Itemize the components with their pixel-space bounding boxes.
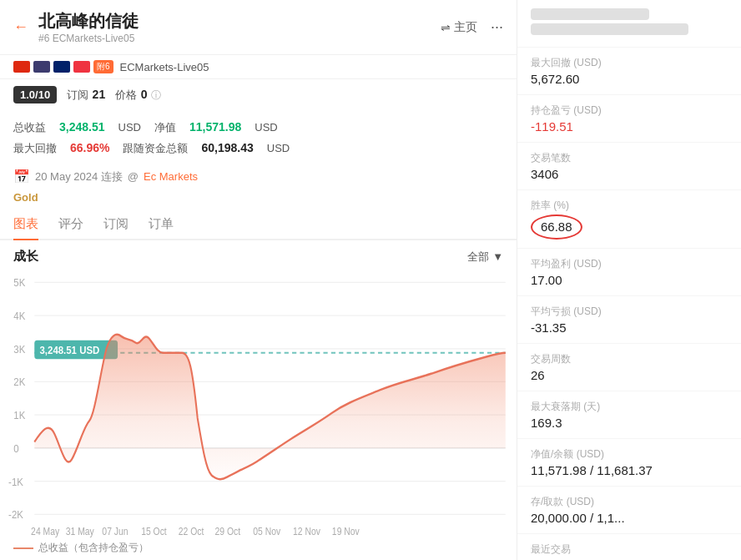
back-button[interactable]: ← <box>13 18 28 36</box>
right-panel: 最大回撤 (USD) 5,672.60 持仓盈亏 (USD) -119.51 交… <box>517 0 741 560</box>
chart-title: 成长 <box>13 249 38 265</box>
top-bar: 附6 ECMarkets-Live05 <box>0 55 517 79</box>
trade-weeks-value: 26 <box>531 368 728 382</box>
header: ← 北高峰的信徒 #6 ECMarkets-Live05 ⇌ 主页 ··· <box>0 0 517 55</box>
subscription-info: 订阅 21 <box>67 87 105 103</box>
chart-filter[interactable]: 全部 ▼ <box>467 250 503 265</box>
tabs: 图表 评分 订阅 订单 <box>0 209 517 240</box>
right-item-max-decline: 最大衰落期 (天) 169.3 <box>517 391 741 439</box>
net-balance-value: 11,571.98 / 11,681.37 <box>531 463 728 477</box>
svg-text:2K: 2K <box>13 376 26 389</box>
deposit-value: 20,000.00 / 1,1... <box>531 511 728 525</box>
win-rate-circle: 66.88 <box>531 214 582 240</box>
gold-section: Gold <box>0 188 517 209</box>
at-symbol: @ <box>128 170 139 183</box>
svg-text:5K: 5K <box>13 277 26 290</box>
svg-text:24 May: 24 May <box>31 527 59 537</box>
svg-text:29 Oct: 29 Oct <box>215 527 241 537</box>
attachment-badge: 附6 <box>93 60 113 73</box>
right-item-avg-loss: 平均亏损 (USD) -31.35 <box>517 296 741 344</box>
blur-bar-2 <box>531 23 688 35</box>
tab-rating[interactable]: 评分 <box>58 216 83 239</box>
right-item-net-balance: 净值/余额 (USD) 11,571.98 / 11,681.37 <box>517 439 741 487</box>
trade-count-label: 交易笔数 <box>531 151 728 165</box>
calendar-icon: 📅 <box>13 169 30 184</box>
stats-section: 总收益 3,248.51 USD 净值 11,571.98 USD 最大回撤 6… <box>0 110 517 165</box>
flag-us <box>33 61 50 73</box>
svg-text:12 Nov: 12 Nov <box>293 527 320 537</box>
max-decline-value: 169.3 <box>531 416 728 430</box>
avg-loss-value: -31.35 <box>531 320 728 335</box>
right-item-position-pnl: 持仓盈亏 (USD) -119.51 <box>517 95 741 143</box>
net-value-label: 净值 <box>154 118 176 137</box>
net-value-value: 11,571.98 <box>189 117 241 138</box>
broker-link[interactable]: Ec Markets <box>144 170 198 183</box>
svg-text:-1K: -1K <box>8 476 23 488</box>
total-profit-value: 3,248.51 <box>59 117 105 138</box>
right-item-avg-profit: 平均盈利 (USD) 17.00 <box>517 249 741 296</box>
trade-weeks-label: 交易周数 <box>531 352 728 366</box>
broker-name: ECMarkets-Live05 <box>120 61 209 73</box>
total-profit-unit: USD <box>118 118 141 137</box>
net-value-unit: USD <box>255 118 277 137</box>
legend-label: 总收益（包含持仓盈亏） <box>38 541 149 555</box>
flag-sg <box>73 61 90 73</box>
svg-text:19 Nov: 19 Nov <box>332 527 360 537</box>
svg-text:07 Jun: 07 Jun <box>102 527 128 537</box>
right-item-recent-trade: 最近交易 <box>517 534 741 560</box>
home-button[interactable]: ⇌ 主页 <box>441 20 477 35</box>
header-actions: ⇌ 主页 ··· <box>441 18 503 36</box>
svg-text:4K: 4K <box>13 310 26 322</box>
price-info: 价格 0 ⓘ <box>115 87 161 103</box>
svg-text:0: 0 <box>13 442 18 455</box>
tab-orders[interactable]: 订单 <box>149 216 174 239</box>
blurred-item <box>517 0 741 48</box>
svg-text:22 Oct: 22 Oct <box>179 527 204 537</box>
follow-capital-label: 跟随资金总额 <box>123 139 188 158</box>
trade-count-value: 3406 <box>531 167 728 181</box>
svg-text:3,248.51 USD: 3,248.51 USD <box>40 344 100 356</box>
chart-header: 成长 全部 ▼ <box>0 240 517 268</box>
right-item-trade-weeks: 交易周数 26 <box>517 344 741 391</box>
total-profit-label: 总收益 <box>13 118 46 137</box>
title-block: 北高峰的信徒 #6 ECMarkets-Live05 <box>38 10 441 44</box>
date-text: 20 May 2024 连接 <box>35 169 123 184</box>
position-pnl-label: 持仓盈亏 (USD) <box>531 103 728 118</box>
svg-text:05 Nov: 05 Nov <box>253 527 280 537</box>
win-rate-value: 66.88 <box>541 219 572 234</box>
svg-text:31 May: 31 May <box>66 527 94 537</box>
tab-chart[interactable]: 图表 <box>13 216 38 240</box>
svg-text:-2K: -2K <box>8 509 23 522</box>
max-drawdown-label: 最大回撤 (USD) <box>531 56 728 70</box>
avg-loss-label: 平均亏损 (USD) <box>531 305 728 319</box>
date-section: 📅 20 May 2024 连接 @ Ec Markets <box>0 165 517 188</box>
max-drawdown-label: 最大回撤 <box>13 139 57 158</box>
tab-subscription[interactable]: 订阅 <box>103 216 129 239</box>
blur-bar-1 <box>531 8 649 20</box>
more-button[interactable]: ··· <box>491 18 503 36</box>
svg-text:3K: 3K <box>13 343 26 356</box>
position-pnl-value: -119.51 <box>531 119 728 134</box>
right-item-trade-count: 交易笔数 3406 <box>517 143 741 190</box>
flag-au <box>53 61 70 73</box>
info-icon: ⓘ <box>151 89 161 101</box>
right-item-deposit: 存/取款 (USD) 20,000.00 / 1,1... <box>517 487 741 534</box>
legend-line <box>13 547 33 549</box>
follow-capital-value: 60,198.43 <box>201 138 253 159</box>
max-drawdown-value: 66.96% <box>70 138 109 159</box>
flag-cn <box>13 61 30 73</box>
gold-tag: Gold <box>13 191 38 204</box>
right-item-max-drawdown: 最大回撤 (USD) 5,672.60 <box>517 48 741 95</box>
net-balance-label: 净值/余额 (USD) <box>531 447 728 462</box>
recent-trade-label: 最近交易 <box>531 542 728 557</box>
svg-text:1K: 1K <box>13 410 26 422</box>
growth-chart: 5K 4K 3K 2K 1K 0 -1K -2K 3,248.51 USD <box>7 268 510 537</box>
rating-badge: 1.0/10 <box>13 86 57 103</box>
avg-profit-value: 17.00 <box>531 273 728 287</box>
right-item-win-rate: 胜率 (%) 66.88 <box>517 190 741 249</box>
page-subtitle: #6 ECMarkets-Live05 <box>38 33 441 44</box>
svg-text:15 Oct: 15 Oct <box>141 527 167 537</box>
rating-section: 1.0/10 订阅 21 价格 0 ⓘ <box>0 79 517 110</box>
home-label: 主页 <box>454 20 477 35</box>
avg-profit-label: 平均盈利 (USD) <box>531 257 728 271</box>
